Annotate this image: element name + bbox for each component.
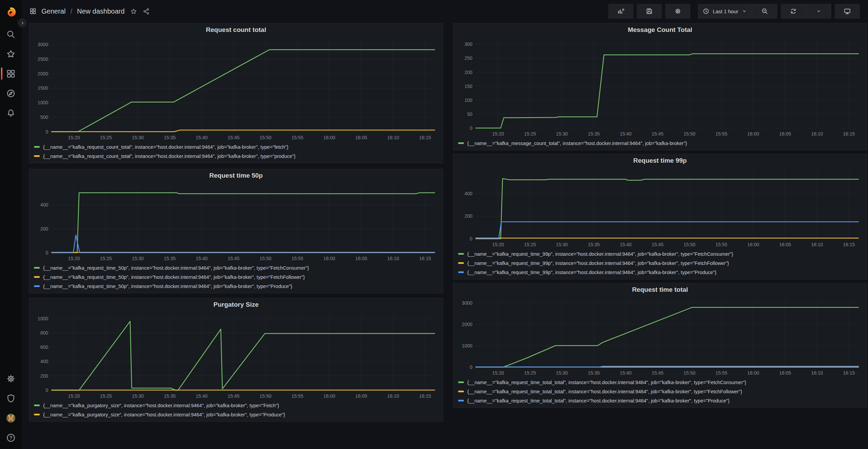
chart-plot[interactable]: 010002000300015:2015:2515:3015:3515:4015… xyxy=(456,296,863,377)
sidebar-item-explore[interactable] xyxy=(0,84,22,103)
star-icon xyxy=(130,8,137,15)
legend-item[interactable]: {__name__="kafka_request_time_99p", inst… xyxy=(458,258,864,268)
time-series-chart[interactable]: 05010015020025030015:2015:2515:3015:3515… xyxy=(456,36,863,138)
legend-label[interactable]: {__name__="kafka_request_count_total", i… xyxy=(43,144,288,150)
panel-header[interactable]: Message Count Total xyxy=(453,23,867,36)
svg-text:16:15: 16:15 xyxy=(419,256,431,261)
dashboard-settings-button[interactable] xyxy=(665,4,690,19)
legend-label[interactable]: {__name__="kafka_request_time_50p", inst… xyxy=(43,284,292,289)
time-series-chart[interactable]: 0200400600800100015:2015:2515:3015:3515:… xyxy=(32,311,439,400)
sidebar-item-help[interactable]: ? xyxy=(0,428,22,448)
svg-text:15:55: 15:55 xyxy=(291,135,303,140)
grid-lines xyxy=(52,186,435,253)
svg-text:1500: 1500 xyxy=(38,85,48,91)
legend-label[interactable]: {__name__="kafka_request_time_99p", inst… xyxy=(467,270,717,275)
legend-label[interactable]: {__name__="kafka_message_count_total", i… xyxy=(467,141,687,146)
refresh-interval-button[interactable] xyxy=(806,4,831,19)
legend-item[interactable]: {__name__="kafka_request_time_50p", inst… xyxy=(34,272,440,282)
chevron-down-icon xyxy=(816,8,822,14)
svg-text:16:00: 16:00 xyxy=(747,242,759,247)
time-series-chart[interactable]: 020040015:2015:2515:3015:3515:4015:4515:… xyxy=(456,167,863,249)
chart-plot[interactable]: 020040015:2015:2515:3015:3515:4015:4515:… xyxy=(456,167,863,249)
sidebar-item-alerting[interactable] xyxy=(0,103,22,123)
legend-label[interactable]: {__name__="kafka_request_time_50p", inst… xyxy=(43,274,305,280)
kiosk-mode-button[interactable] xyxy=(835,4,860,19)
svg-text:15:45: 15:45 xyxy=(228,256,239,261)
question-circle-icon: ? xyxy=(6,433,16,443)
time-range-picker[interactable]: Last 1 hour xyxy=(698,4,752,19)
panel-header[interactable]: Request count total xyxy=(29,23,443,36)
chart-plot[interactable]: 0200400600800100015:2015:2515:3015:3515:… xyxy=(32,311,439,400)
legend-item[interactable]: {__name__="kafka_request_count_total", i… xyxy=(34,151,440,161)
legend-label[interactable]: {__name__="kafka_request_time_50p", inst… xyxy=(43,265,309,271)
breadcrumb-separator: / xyxy=(70,7,72,15)
time-series-chart[interactable]: 05001000150020002500300015:2015:2515:301… xyxy=(32,36,439,142)
legend-swatch xyxy=(34,155,40,157)
star-dashboard-button[interactable] xyxy=(130,8,137,15)
svg-text:16:15: 16:15 xyxy=(419,135,431,140)
panel-header[interactable]: Request time total xyxy=(453,283,867,296)
svg-text:15:50: 15:50 xyxy=(684,131,695,137)
share-icon xyxy=(143,8,150,15)
svg-text:3000: 3000 xyxy=(38,42,48,47)
legend-label[interactable]: {__name__="kafka_request_time_total_tota… xyxy=(467,389,742,394)
expand-sidebar-button[interactable] xyxy=(17,18,27,28)
svg-text:300: 300 xyxy=(465,41,473,47)
legend-item[interactable]: {__name__="kafka_request_time_99p", inst… xyxy=(458,268,864,277)
sidebar-item-configuration[interactable] xyxy=(0,369,22,389)
zoom-out-time-button[interactable] xyxy=(752,4,777,19)
series-line xyxy=(476,307,858,367)
svg-text:15:50: 15:50 xyxy=(684,370,695,376)
svg-text:2000: 2000 xyxy=(38,71,48,76)
sidebar-item-dashboards[interactable] xyxy=(0,64,22,84)
legend-label[interactable]: {__name__="kafka_purgatory_size", instan… xyxy=(43,412,285,417)
legend-label[interactable]: {__name__="kafka_request_count_total", i… xyxy=(43,154,295,159)
panel-header[interactable]: Request time 50p xyxy=(29,169,443,182)
panel-header[interactable]: Purgatory Size xyxy=(29,298,443,311)
legend-swatch xyxy=(458,253,464,255)
legend-label[interactable]: {__name__="kafka_purgatory_size", instan… xyxy=(43,403,279,408)
svg-text:16:05: 16:05 xyxy=(779,131,791,137)
panel-header[interactable]: Request time 99p xyxy=(453,154,867,167)
legend-label[interactable]: {__name__="kafka_request_time_99p", inst… xyxy=(467,251,733,257)
legend-item[interactable]: {__name__="kafka_message_count_total", i… xyxy=(458,139,864,148)
legend-label[interactable]: {__name__="kafka_request_time_99p", inst… xyxy=(467,261,729,266)
svg-text:15:25: 15:25 xyxy=(100,256,112,261)
svg-text:15:30: 15:30 xyxy=(556,370,568,376)
legend-item[interactable]: {__name__="kafka_request_time_total_tota… xyxy=(458,378,864,387)
legend-label[interactable]: {__name__="kafka_request_time_total_tota… xyxy=(467,380,746,385)
legend-item[interactable]: {__name__="kafka_request_time_total_tota… xyxy=(458,396,864,405)
time-series-chart[interactable]: 020040015:2015:2515:3015:3515:4015:4515:… xyxy=(32,182,439,263)
time-series-chart[interactable]: 010002000300015:2015:2515:3015:3515:4015… xyxy=(456,296,863,377)
sidebar-item-server-admin[interactable] xyxy=(0,389,22,408)
legend-swatch xyxy=(458,391,464,392)
add-panel-button[interactable] xyxy=(608,4,633,19)
sidebar-item-search[interactable] xyxy=(0,24,22,44)
legend-item[interactable]: {__name__="kafka_request_time_total_tota… xyxy=(458,387,864,396)
compass-icon xyxy=(6,88,16,98)
legend-item[interactable]: {__name__="kafka_purgatory_size", instan… xyxy=(34,401,440,410)
chart-plot[interactable]: 020040015:2015:2515:3015:3515:4015:4515:… xyxy=(32,182,439,263)
legend-item[interactable]: {__name__="kafka_request_count_total", i… xyxy=(34,142,440,151)
y-axis-labels: 02004006008001000 xyxy=(38,316,48,393)
bell-icon xyxy=(6,108,16,118)
legend-item[interactable]: {__name__="kafka_request_time_50p", inst… xyxy=(34,282,440,291)
legend-item[interactable]: {__name__="kafka_purgatory_size", instan… xyxy=(34,410,440,419)
svg-text:16:00: 16:00 xyxy=(323,256,335,261)
breadcrumb-dashboard-title[interactable]: New dashboard xyxy=(77,7,125,15)
sidebar-item-profile[interactable] xyxy=(0,408,22,428)
chart-plot[interactable]: 05010015020025030015:2015:2515:3015:3515… xyxy=(456,36,863,138)
sidebar-item-starred[interactable] xyxy=(0,44,22,64)
svg-text:16:00: 16:00 xyxy=(747,131,759,137)
svg-text:16:05: 16:05 xyxy=(779,242,791,247)
legend-item[interactable]: {__name__="kafka_request_time_50p", inst… xyxy=(34,263,440,272)
save-dashboard-button[interactable] xyxy=(637,4,662,19)
chart-plot[interactable]: 05001000150020002500300015:2015:2515:301… xyxy=(32,36,439,142)
share-dashboard-button[interactable] xyxy=(143,8,150,15)
legend-label[interactable]: {__name__="kafka_request_time_total_tota… xyxy=(467,398,729,403)
legend-item[interactable]: {__name__="kafka_request_time_99p", inst… xyxy=(458,249,864,258)
breadcrumb-folder[interactable]: General xyxy=(41,7,66,15)
search-icon xyxy=(6,29,16,39)
svg-text:15:35: 15:35 xyxy=(164,256,176,261)
refresh-dashboard-button[interactable] xyxy=(781,4,806,19)
